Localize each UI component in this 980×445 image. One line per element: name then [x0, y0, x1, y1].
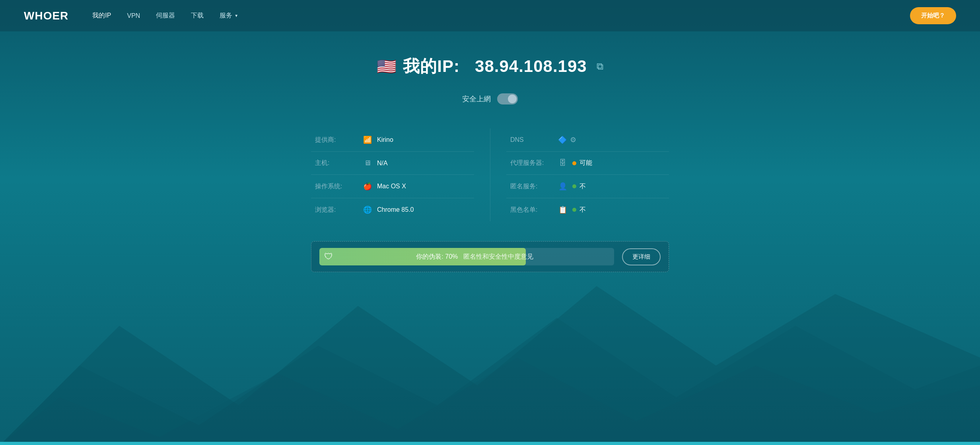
proxy-row: 代理服务器: 🗄 可能 [506, 152, 669, 175]
info-grid: 提供商: 📶 Kirino 主机: 🖥 N/A 操作系统: 🍎 Mac OS X… [311, 128, 669, 221]
browser-row: 浏览器: 🌐 Chrome 85.0 [311, 198, 474, 221]
progress-section: 🛡 你的伪装: 70% 匿名性和安全性中度意见 更详细 [311, 241, 669, 272]
info-col-left: 提供商: 📶 Kirino 主机: 🖥 N/A 操作系统: 🍎 Mac OS X… [311, 128, 490, 221]
anon-status-dot [572, 184, 576, 188]
copy-icon[interactable]: ⧉ [597, 61, 603, 72]
shield-progress-icon: 🛡 [324, 252, 333, 262]
info-col-right: DNS 🔷 ⚙ 代理服务器: 🗄 可能 匿名服务: 👤 不 [490, 128, 669, 221]
os-row: 操作系统: 🍎 Mac OS X [311, 175, 474, 198]
browser-value: Chrome 85.0 [377, 206, 414, 213]
browser-label: 浏览器: [315, 206, 363, 214]
ip-label: 我的IP: 38.94.108.193 [403, 55, 587, 77]
bottom-bar [0, 442, 980, 445]
nav-my-ip[interactable]: 我的IP [92, 12, 111, 20]
host-label: 主机: [315, 159, 363, 167]
main-content: 🇺🇸 我的IP: 38.94.108.193 ⧉ 安全上網 提供商: 📶 Kir… [0, 31, 980, 288]
safe-browsing-row: 安全上網 [462, 93, 518, 104]
main-nav: 我的IP VPN 伺服器 下载 服务 ▼ [92, 12, 910, 20]
provider-label: 提供商: [315, 136, 363, 144]
person-icon: 👤 [558, 182, 568, 191]
safe-browsing-label: 安全上網 [462, 94, 491, 104]
progress-bar-bg: 🛡 你的伪装: 70% 匿名性和安全性中度意见 [319, 248, 614, 265]
start-button[interactable]: 开始吧？ [910, 7, 956, 24]
dns-row: DNS 🔷 ⚙ [506, 128, 669, 152]
os-value: Mac OS X [377, 183, 406, 190]
os-label: 操作系统: [315, 182, 363, 191]
blacklist-status-dot [572, 208, 576, 212]
nav-vpn[interactable]: VPN [127, 12, 140, 19]
monitor-icon: 🖥 [363, 159, 372, 167]
apple-icon: 🍎 [363, 182, 372, 191]
progress-bar-text: 🛡 你的伪装: 70% 匿名性和安全性中度意见 [319, 248, 614, 265]
header: WHOER 我的IP VPN 伺服器 下载 服务 ▼ 开始吧？ [0, 0, 980, 31]
nav-service[interactable]: 服务 ▼ [220, 12, 238, 20]
wifi-icon: 📶 [363, 135, 372, 144]
anon-label: 匿名服务: [510, 182, 558, 191]
blacklist-value: 不 [579, 206, 586, 214]
blacklist-label: 黑色名单: [510, 206, 558, 214]
provider-value: Kirino [377, 136, 393, 143]
nav-download[interactable]: 下载 [191, 12, 204, 20]
provider-row: 提供商: 📶 Kirino [311, 128, 474, 152]
anon-row: 匿名服务: 👤 不 [506, 175, 669, 198]
proxy-label: 代理服务器: [510, 159, 558, 167]
logo: WHOER [24, 10, 68, 22]
ip-title-row: 🇺🇸 我的IP: 38.94.108.193 ⧉ [377, 55, 603, 77]
anon-value: 不 [579, 182, 586, 191]
dns-icon-2: ⚙ [570, 135, 576, 144]
dns-icon-1: 🔷 [558, 135, 567, 144]
globe-icon: 🌐 [363, 205, 372, 214]
blacklist-row: 黑色名单: 📋 不 [506, 198, 669, 221]
dns-icons: 🔷 ⚙ [558, 135, 576, 144]
chevron-down-icon: ▼ [234, 14, 238, 18]
proxy-value: 可能 [579, 159, 592, 167]
list-icon: 📋 [558, 205, 568, 214]
ip-address: 38.94.108.193 [475, 57, 587, 75]
server-icon: 🗄 [558, 159, 568, 167]
progress-label: 你的伪装: 70% 匿名性和安全性中度意见 [416, 253, 533, 261]
proxy-status-dot [572, 161, 576, 165]
host-value: N/A [377, 160, 388, 167]
host-row: 主机: 🖥 N/A [311, 152, 474, 175]
country-flag: 🇺🇸 [377, 57, 397, 76]
progress-bar-container: 🛡 你的伪装: 70% 匿名性和安全性中度意见 [319, 248, 614, 265]
dns-label: DNS [510, 136, 558, 143]
safe-browsing-toggle[interactable] [497, 93, 518, 104]
nav-proxy[interactable]: 伺服器 [156, 12, 175, 20]
more-detail-button[interactable]: 更详细 [622, 248, 661, 265]
